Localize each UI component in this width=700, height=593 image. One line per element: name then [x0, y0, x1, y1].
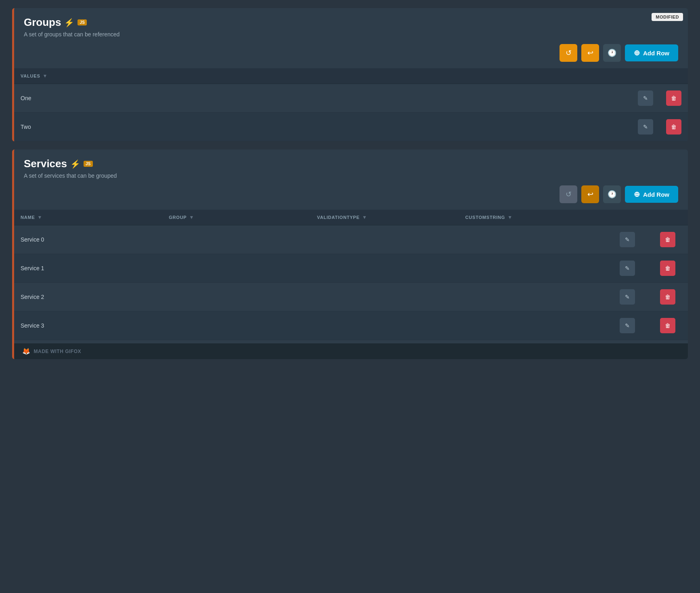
services-row2-validationtype [310, 283, 459, 311]
services-row2-delete-button[interactable]: 🗑 [660, 289, 675, 305]
services-row0-name: Service 0 [14, 225, 162, 254]
groups-actions: ↺ ↩ 🕐 ⊕ Add Row [14, 44, 688, 68]
groups-row1-delete-cell: 🗑 [660, 113, 688, 141]
services-row1-group [162, 254, 310, 283]
groups-add-row-button[interactable]: ⊕ Add Row [625, 44, 678, 61]
services-col-action1 [607, 210, 648, 225]
services-row0-validationtype [310, 225, 459, 254]
services-refresh-button[interactable]: ↺ [560, 185, 577, 203]
groups-col-action1 [631, 68, 660, 84]
services-row0-edit-button[interactable]: ✎ [620, 232, 635, 247]
services-description: A set of services that can be grouped [24, 172, 678, 179]
table-row: Service 2 ✎ 🗑 [14, 283, 688, 311]
services-bolt-icon: ⚡ [70, 159, 80, 169]
services-row2-name: Service 2 [14, 283, 162, 311]
table-row: Two ✎ 🗑 [14, 113, 688, 141]
groups-table-header-row: VALUES ▼ [14, 68, 688, 84]
services-plus-icon: ⊕ [634, 190, 640, 199]
group-filter-icon[interactable]: ▼ [189, 214, 195, 220]
services-row2-delete-cell: 🗑 [648, 283, 688, 311]
services-row1-edit-button[interactable]: ✎ [620, 261, 635, 276]
table-row: One ✎ 🗑 [14, 84, 688, 113]
services-title: Services [24, 158, 67, 170]
groups-header: MODIFIED Groups ⚡ JS A set of groups tha… [14, 8, 688, 44]
services-row3-delete-button[interactable]: 🗑 [660, 318, 675, 333]
groups-row0-delete-cell: 🗑 [660, 84, 688, 113]
services-row2-edit-button[interactable]: ✎ [620, 289, 635, 305]
services-col-validationtype: VALIDATIONTYPE ▼ [310, 210, 459, 225]
footer-label: MADE WITH GIFOX [34, 349, 82, 354]
groups-col-values: VALUES ▼ [14, 68, 631, 84]
groups-row1-delete-button[interactable]: 🗑 [666, 119, 681, 135]
services-actions: ↺ ↩ 🕐 ⊕ Add Row [14, 185, 688, 210]
services-row3-validationtype [310, 311, 459, 340]
services-add-row-button[interactable]: ⊕ Add Row [625, 186, 678, 203]
validationtype-filter-icon[interactable]: ▼ [362, 214, 367, 220]
services-row3-edit-button[interactable]: ✎ [620, 318, 635, 333]
customstring-filter-icon[interactable]: ▼ [507, 214, 513, 220]
services-row0-delete-cell: 🗑 [648, 225, 688, 254]
groups-col-action2 [660, 68, 688, 84]
services-table-header-row: NAME ▼ GROUP ▼ VALIDATIONTYPE ▼ [14, 210, 688, 225]
modified-badge: MODIFIED [652, 13, 683, 21]
services-row2-group [162, 283, 310, 311]
services-row3-customstring [459, 311, 607, 340]
services-history-button[interactable]: 🕐 [603, 185, 621, 203]
services-col-group: GROUP ▼ [162, 210, 310, 225]
services-row3-name: Service 3 [14, 311, 162, 340]
table-row: Service 1 ✎ 🗑 [14, 254, 688, 283]
js-badge: JS [78, 19, 87, 25]
groups-title: Groups [24, 16, 61, 29]
services-row1-name: Service 1 [14, 254, 162, 283]
services-table: NAME ▼ GROUP ▼ VALIDATIONTYPE ▼ [14, 210, 688, 340]
groups-description: A set of groups that can be referenced [24, 31, 678, 38]
services-row2-customstring [459, 283, 607, 311]
services-header: Services ⚡ JS A set of services that can… [14, 149, 688, 185]
services-row1-validationtype [310, 254, 459, 283]
table-row: Service 0 ✎ 🗑 [14, 225, 688, 254]
services-js-badge: JS [84, 161, 93, 167]
groups-row0-value: One [14, 84, 631, 113]
fox-icon: 🦊 [22, 347, 31, 355]
groups-row0-delete-button[interactable]: 🗑 [666, 90, 681, 106]
groups-history-button[interactable]: 🕐 [603, 44, 621, 62]
groups-row0-edit-button[interactable]: ✎ [638, 90, 653, 106]
bolt-icon: ⚡ [64, 18, 74, 27]
footer-bar: 🦊 MADE WITH GIFOX [14, 343, 688, 359]
groups-row1-value: Two [14, 113, 631, 141]
groups-title-row: Groups ⚡ JS [24, 16, 678, 29]
services-title-row: Services ⚡ JS [24, 158, 678, 170]
values-filter-icon[interactable]: ▼ [43, 73, 48, 79]
groups-refresh-button[interactable]: ↺ [560, 44, 577, 62]
services-row3-edit-cell: ✎ [607, 311, 648, 340]
services-row2-edit-cell: ✎ [607, 283, 648, 311]
services-row1-delete-cell: 🗑 [648, 254, 688, 283]
services-row0-group [162, 225, 310, 254]
name-filter-icon[interactable]: ▼ [38, 214, 43, 220]
groups-section: MODIFIED Groups ⚡ JS A set of groups tha… [12, 8, 688, 141]
services-col-name: NAME ▼ [14, 210, 162, 225]
services-row3-group [162, 311, 310, 340]
services-undo-button[interactable]: ↩ [581, 185, 599, 203]
services-row0-customstring [459, 225, 607, 254]
table-row: Service 3 ✎ 🗑 [14, 311, 688, 340]
groups-undo-button[interactable]: ↩ [581, 44, 599, 62]
plus-circle-icon: ⊕ [634, 48, 640, 57]
groups-row0-edit-cell: ✎ [631, 84, 660, 113]
groups-row1-edit-button[interactable]: ✎ [638, 119, 653, 135]
footer-logo: 🦊 MADE WITH GIFOX [22, 347, 81, 355]
services-col-action2 [648, 210, 688, 225]
services-row0-edit-cell: ✎ [607, 225, 648, 254]
services-section: Services ⚡ JS A set of services that can… [12, 149, 688, 359]
services-row0-delete-button[interactable]: 🗑 [660, 232, 675, 247]
services-row1-customstring [459, 254, 607, 283]
services-row1-edit-cell: ✎ [607, 254, 648, 283]
services-col-customstring: CUSTOMSTRING ▼ [459, 210, 607, 225]
groups-row1-edit-cell: ✎ [631, 113, 660, 141]
services-row3-delete-cell: 🗑 [648, 311, 688, 340]
services-row1-delete-button[interactable]: 🗑 [660, 261, 675, 276]
groups-table: VALUES ▼ One ✎ 🗑 [14, 68, 688, 141]
